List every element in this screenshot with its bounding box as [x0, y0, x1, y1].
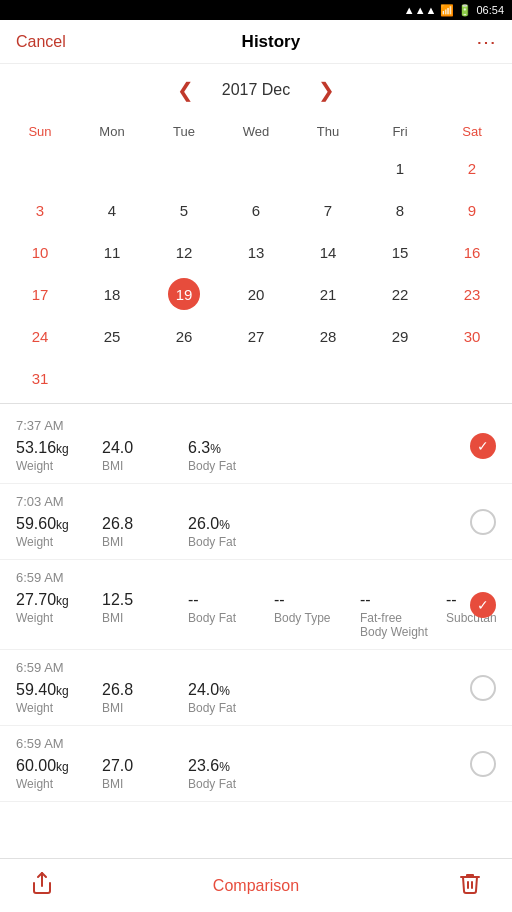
calendar-day[interactable]: 7 — [292, 189, 364, 231]
calendar-day[interactable]: 5 — [148, 189, 220, 231]
record-row[interactable]: 7:03 AM59.60kgWeight26.8BMI26.0%Body Fat — [0, 484, 512, 560]
record-value-main: -- — [188, 591, 258, 609]
record-value-label: BMI — [102, 777, 172, 791]
calendar-day[interactable]: 11 — [76, 231, 148, 273]
bottom-toolbar: Comparison — [0, 858, 512, 912]
record-value-main: 24.0% — [188, 681, 258, 699]
record-value-item: 24.0BMI — [102, 439, 172, 473]
record-check[interactable] — [470, 509, 496, 535]
calendar-day[interactable]: 13 — [220, 231, 292, 273]
calendar-day[interactable]: 3 — [4, 189, 76, 231]
calendar-day[interactable]: 27 — [220, 315, 292, 357]
record-value-main: 59.60kg — [16, 515, 86, 533]
calendar-day[interactable]: 21 — [292, 273, 364, 315]
calendar-day[interactable]: 29 — [364, 315, 436, 357]
record-values: 60.00kgWeight27.0BMI23.6%Body Fat — [16, 757, 496, 791]
calendar-day[interactable]: 14 — [292, 231, 364, 273]
record-row[interactable]: 7:37 AM53.16kgWeight24.0BMI6.3%Body Fat✓ — [0, 408, 512, 484]
calendar-day — [292, 147, 364, 189]
record-value-item: 27.70kgWeight — [16, 591, 86, 639]
record-time: 6:59 AM — [16, 570, 496, 585]
calendar-day[interactable]: 1 — [364, 147, 436, 189]
record-time: 6:59 AM — [16, 660, 496, 675]
record-value-item: 26.8BMI — [102, 681, 172, 715]
record-values: 53.16kgWeight24.0BMI6.3%Body Fat — [16, 439, 496, 473]
record-row[interactable]: 6:59 AM59.40kgWeight26.8BMI24.0%Body Fat — [0, 650, 512, 726]
prev-month-button[interactable]: ❮ — [169, 74, 202, 106]
record-value-main: 23.6% — [188, 757, 258, 775]
calendar-day[interactable]: 16 — [436, 231, 508, 273]
record-value-label: Body Fat — [188, 611, 258, 625]
calendar-day[interactable]: 20 — [220, 273, 292, 315]
record-value-label: BMI — [102, 701, 172, 715]
calendar-day[interactable]: 15 — [364, 231, 436, 273]
calendar-day[interactable]: 25 — [76, 315, 148, 357]
records-list: 7:37 AM53.16kgWeight24.0BMI6.3%Body Fat✓… — [0, 408, 512, 862]
calendar-day[interactable]: 4 — [76, 189, 148, 231]
record-value-label: Body Fat — [188, 777, 258, 791]
record-values: 59.60kgWeight26.8BMI26.0%Body Fat — [16, 515, 496, 549]
share-button[interactable] — [30, 871, 54, 901]
record-value-main: 26.0% — [188, 515, 258, 533]
record-value-label: Weight — [16, 777, 86, 791]
calendar: Sun Mon Tue Wed Thu Fri Sat 123456789101… — [0, 116, 512, 399]
record-check[interactable]: ✓ — [470, 433, 496, 459]
signal-icon: ▲▲▲ — [404, 4, 437, 16]
next-month-button[interactable]: ❯ — [310, 74, 343, 106]
record-value-item: 60.00kgWeight — [16, 757, 86, 791]
record-value-main: 60.00kg — [16, 757, 86, 775]
calendar-day[interactable]: 17 — [4, 273, 76, 315]
calendar-day[interactable]: 19 — [148, 273, 220, 315]
calendar-day[interactable]: 24 — [4, 315, 76, 357]
calendar-month-year: 2017 Dec — [222, 81, 291, 99]
record-value-main: 59.40kg — [16, 681, 86, 699]
weekday-mon: Mon — [76, 120, 148, 143]
calendar-day[interactable]: 28 — [292, 315, 364, 357]
calendar-day[interactable]: 8 — [364, 189, 436, 231]
record-value-main: 27.0 — [102, 757, 172, 775]
wifi-icon: 📶 — [440, 4, 454, 17]
comparison-button[interactable]: Comparison — [213, 877, 299, 895]
calendar-day[interactable]: 2 — [436, 147, 508, 189]
calendar-day[interactable]: 22 — [364, 273, 436, 315]
record-check[interactable] — [470, 751, 496, 777]
calendar-day[interactable]: 10 — [4, 231, 76, 273]
calendar-day[interactable]: 9 — [436, 189, 508, 231]
record-value-main: 24.0 — [102, 439, 172, 457]
time-display: 06:54 — [476, 4, 504, 16]
record-value-item: 26.8BMI — [102, 515, 172, 549]
record-value-item: 26.0%Body Fat — [188, 515, 258, 549]
calendar-day[interactable]: 26 — [148, 315, 220, 357]
record-value-item: 59.60kgWeight — [16, 515, 86, 549]
calendar-nav: ❮ 2017 Dec ❯ — [0, 64, 512, 116]
cancel-button[interactable]: Cancel — [16, 33, 66, 51]
record-value-main: 6.3% — [188, 439, 258, 457]
delete-button[interactable] — [458, 871, 482, 901]
record-row[interactable]: 6:59 AM27.70kgWeight12.5BMI--Body Fat--B… — [0, 560, 512, 650]
record-value-main: 27.70kg — [16, 591, 86, 609]
record-check[interactable] — [470, 675, 496, 701]
record-value-label: Body Fat — [188, 459, 258, 473]
weekday-sun: Sun — [4, 120, 76, 143]
weekday-thu: Thu — [292, 120, 364, 143]
record-value-item: --Body Type — [274, 591, 344, 639]
calendar-day[interactable]: 30 — [436, 315, 508, 357]
record-value-label: Body Fat — [188, 535, 258, 549]
calendar-day[interactable]: 12 — [148, 231, 220, 273]
calendar-day[interactable]: 18 — [76, 273, 148, 315]
record-row[interactable]: 6:59 AM60.00kgWeight27.0BMI23.6%Body Fat — [0, 726, 512, 802]
weekday-tue: Tue — [148, 120, 220, 143]
record-value-item: 24.0%Body Fat — [188, 681, 258, 715]
more-button[interactable]: ⋯ — [476, 30, 496, 54]
record-value-label: Weight — [16, 701, 86, 715]
calendar-day[interactable]: 6 — [220, 189, 292, 231]
calendar-day — [4, 147, 76, 189]
calendar-day — [148, 147, 220, 189]
calendar-day[interactable]: 23 — [436, 273, 508, 315]
status-icons: ▲▲▲ 📶 🔋 06:54 — [404, 4, 504, 17]
record-value-main: -- — [360, 591, 430, 609]
calendar-separator — [0, 403, 512, 404]
calendar-day[interactable]: 31 — [4, 357, 76, 399]
record-value-item: 27.0BMI — [102, 757, 172, 791]
record-check[interactable]: ✓ — [470, 592, 496, 618]
